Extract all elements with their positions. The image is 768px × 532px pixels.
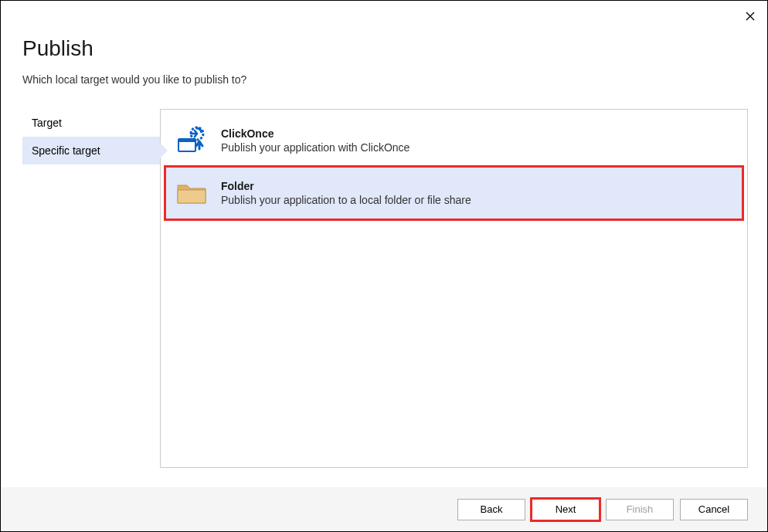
page-title: Publish	[22, 36, 746, 61]
close-icon[interactable]	[746, 10, 755, 24]
wizard-footer: Back Next Finish Cancel	[1, 487, 767, 531]
finish-button: Finish	[606, 499, 674, 520]
sidebar-item-specific-target[interactable]: Specific target	[22, 137, 160, 164]
wizard-steps-sidebar: Target Specific target	[22, 109, 160, 468]
sidebar-item-target[interactable]: Target	[22, 109, 160, 137]
back-button[interactable]: Back	[457, 499, 525, 520]
option-desc: Publish your application with ClickOnce	[221, 141, 732, 154]
cancel-button[interactable]: Cancel	[680, 499, 748, 520]
option-title: Folder	[221, 180, 732, 192]
clickonce-icon	[176, 125, 207, 156]
folder-icon	[176, 178, 207, 208]
option-desc: Publish your application to a local fold…	[221, 194, 732, 206]
option-folder[interactable]: Folder Publish your application to a loc…	[165, 167, 743, 219]
option-clickonce[interactable]: ClickOnce Publish your application with …	[165, 114, 743, 167]
options-panel: ClickOnce Publish your application with …	[160, 109, 748, 468]
svg-rect-2	[178, 139, 195, 142]
sidebar-item-label: Target	[32, 117, 62, 129]
page-subtitle: Which local target would you like to pub…	[22, 73, 746, 86]
option-title: ClickOnce	[221, 127, 732, 140]
sidebar-item-label: Specific target	[32, 144, 100, 157]
next-button[interactable]: Next	[532, 499, 600, 520]
